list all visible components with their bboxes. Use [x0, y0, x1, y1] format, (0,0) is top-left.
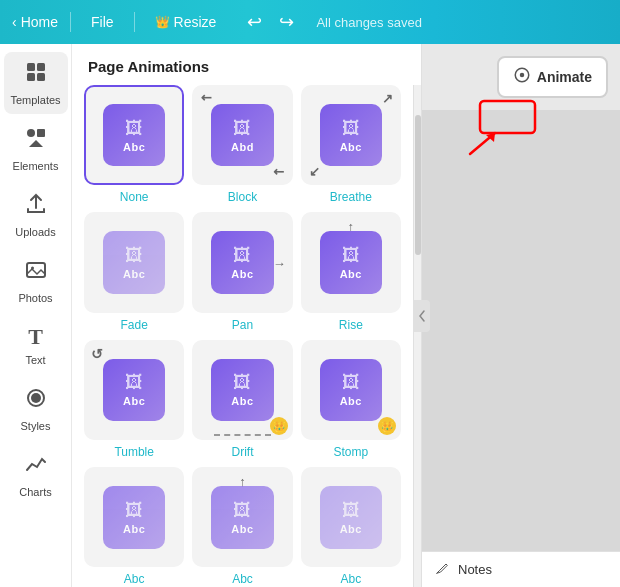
anim-card-breathe[interactable]: ↗ ↙ 🖼 Abc	[301, 85, 401, 185]
styles-icon	[24, 386, 48, 416]
sidebar-item-styles[interactable]: Styles	[4, 378, 68, 440]
anim-inner-fade: 🖼 Abc	[103, 231, 166, 294]
anim-label-stomp: Stomp	[333, 445, 368, 459]
anim-item-row4c[interactable]: 🖼 Abc Abc	[301, 467, 401, 586]
anim-item-none[interactable]: 🖼 Abc None	[84, 85, 184, 204]
animations-scroll[interactable]: 🖼 Abc None ↗ ↙ 🖼 Abd	[72, 85, 413, 587]
anim-card-block[interactable]: ↗ ↙ 🖼 Abd	[192, 85, 292, 185]
resize-button[interactable]: 👑 Resize	[147, 10, 225, 34]
sidebar-item-elements[interactable]: Elements	[4, 118, 68, 180]
crown-icon: 👑	[155, 15, 170, 29]
anim-label-breathe: Breathe	[330, 190, 372, 204]
stomp-crown: 👑	[378, 417, 396, 435]
svg-marker-6	[29, 140, 43, 147]
templates-icon	[24, 60, 48, 90]
sidebar: Templates Elements Uploads	[0, 44, 72, 587]
anim-item-row4a[interactable]: 🖼 Abc Abc	[84, 467, 184, 586]
resize-label: Resize	[174, 14, 217, 30]
photos-icon	[24, 258, 48, 288]
arrow-right-pan: →	[273, 255, 286, 270]
templates-label: Templates	[10, 94, 60, 106]
photos-label: Photos	[18, 292, 52, 304]
elements-label: Elements	[13, 160, 59, 172]
saved-status: All changes saved	[316, 15, 422, 30]
home-label[interactable]: Home	[21, 14, 58, 30]
back-button[interactable]: ‹ Home	[12, 14, 58, 30]
styles-label: Styles	[21, 420, 51, 432]
svg-rect-3	[37, 73, 45, 81]
anim-label-row4b: Abc	[232, 572, 253, 586]
uploads-icon	[24, 192, 48, 222]
svg-rect-1	[37, 63, 45, 71]
anim-card-stomp[interactable]: 🖼 Abc 👑	[301, 340, 401, 440]
anim-item-stomp[interactable]: 🖼 Abc 👑 Stomp	[301, 340, 401, 459]
uploads-label: Uploads	[15, 226, 55, 238]
anim-card-row4b[interactable]: ↑ 🖼 Abc	[192, 467, 292, 567]
anim-item-row4b[interactable]: ↑ 🖼 Abc Abc	[192, 467, 292, 586]
anim-inner-block: 🖼 Abd	[211, 104, 274, 167]
animate-icon	[513, 66, 531, 88]
sidebar-item-photos[interactable]: Photos	[4, 250, 68, 312]
anim-label-rise: Rise	[339, 318, 363, 332]
anim-inner-row4a: 🖼 Abc	[103, 486, 166, 549]
anim-item-rise[interactable]: ↑ 🖼 Abc Rise	[301, 212, 401, 331]
anim-item-fade[interactable]: 🖼 Abc Fade	[84, 212, 184, 331]
anim-card-row4a[interactable]: 🖼 Abc	[84, 467, 184, 567]
navbar: ‹ Home File 👑 Resize ↩ ↪ All changes sav…	[0, 0, 620, 44]
anim-inner-stomp: 🖼 Abc	[320, 359, 383, 422]
svg-point-9	[31, 393, 41, 403]
anim-inner-drift: 🖼 Abc	[211, 359, 274, 422]
anim-inner-row4b: 🖼 Abc	[211, 486, 274, 549]
anim-label-pan: Pan	[232, 318, 253, 332]
animations-grid: 🖼 Abc None ↗ ↙ 🖼 Abd	[84, 85, 401, 586]
notes-icon	[434, 560, 450, 579]
anim-card-none[interactable]: 🖼 Abc	[84, 85, 184, 185]
sidebar-item-charts[interactable]: Charts	[4, 444, 68, 506]
svg-point-12	[520, 73, 525, 78]
charts-label: Charts	[19, 486, 51, 498]
anim-card-pan[interactable]: → 🖼 Abc	[192, 212, 292, 312]
sidebar-item-text[interactable]: T Text	[4, 316, 68, 374]
sidebar-item-uploads[interactable]: Uploads	[4, 184, 68, 246]
anim-card-tumble[interactable]: ↺ 🖼 Abc	[84, 340, 184, 440]
notes-bar: Notes	[422, 551, 620, 587]
drift-dashes	[214, 434, 272, 436]
scroll-track[interactable]	[413, 85, 421, 587]
anim-inner-tumble: 🖼 Abc	[103, 359, 166, 422]
collapse-panel-button[interactable]	[414, 300, 430, 332]
arrow-curve-tumble: ↺	[91, 346, 103, 362]
animate-button[interactable]: Animate	[497, 56, 608, 98]
anim-item-pan[interactable]: → 🖼 Abc Pan	[192, 212, 292, 331]
nav-divider2	[134, 12, 135, 32]
arrow-tl-block: ↗	[197, 89, 215, 107]
svg-point-4	[27, 129, 35, 137]
anim-card-fade[interactable]: 🖼 Abc	[84, 212, 184, 312]
sidebar-item-templates[interactable]: Templates	[4, 52, 68, 114]
anim-card-drift[interactable]: 🖼 Abc 👑	[192, 340, 292, 440]
scroll-thumb[interactable]	[415, 115, 421, 255]
anim-photo-none: 🖼	[125, 118, 143, 139]
anim-inner-rise: 🖼 Abc	[320, 231, 383, 294]
notes-label[interactable]: Notes	[458, 562, 492, 577]
anim-label-row4a: Abc	[124, 572, 145, 586]
anim-inner-pan: 🖼 Abc	[211, 231, 274, 294]
anim-card-row4c[interactable]: 🖼 Abc	[301, 467, 401, 567]
anim-item-drift[interactable]: 🖼 Abc 👑 Drift	[192, 340, 292, 459]
content-panel: Page Animations 🖼 Abc None	[72, 44, 422, 587]
animate-label: Animate	[537, 69, 592, 85]
svg-rect-5	[37, 129, 45, 137]
anim-item-breathe[interactable]: ↗ ↙ 🖼 Abc Breathe	[301, 85, 401, 204]
anim-item-tumble[interactable]: ↺ 🖼 Abc Tumble	[84, 340, 184, 459]
elements-icon	[24, 126, 48, 156]
anim-card-rise[interactable]: ↑ 🖼 Abc	[301, 212, 401, 312]
undo-button[interactable]: ↩	[240, 8, 268, 36]
text-label: Text	[25, 354, 45, 366]
file-button[interactable]: File	[83, 10, 122, 34]
anim-item-block[interactable]: ↗ ↙ 🖼 Abd Block	[192, 85, 292, 204]
arrow-tr-breathe: ↗	[382, 91, 393, 106]
drift-crown: 👑	[270, 417, 288, 435]
redo-button[interactable]: ↪	[272, 8, 300, 36]
anim-label-drift: Drift	[231, 445, 253, 459]
canvas-workspace	[422, 110, 620, 551]
main-area: Templates Elements Uploads	[0, 44, 620, 587]
